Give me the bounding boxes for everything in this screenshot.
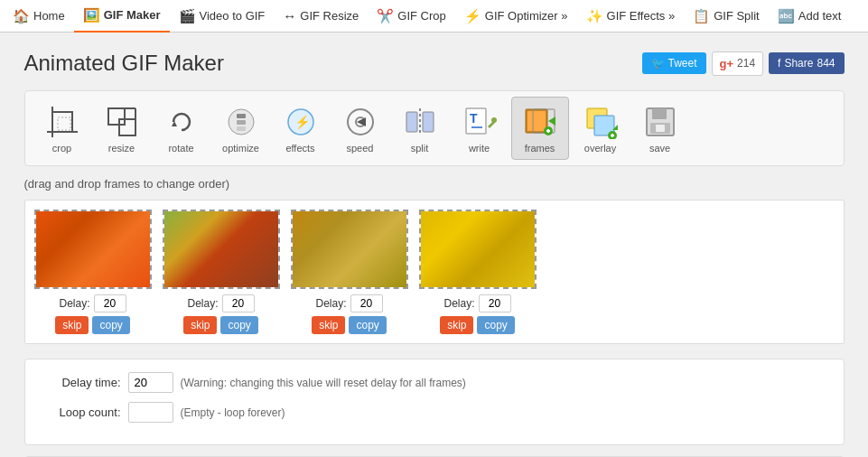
nav-item-gif-resize[interactable]: ↔️ GIF Resize bbox=[274, 0, 368, 33]
nav-label-gif-effects: GIF Effects » bbox=[607, 9, 676, 23]
delay-label-3: Delay: bbox=[315, 297, 346, 310]
frame-delay-row-3: Delay: bbox=[315, 294, 382, 312]
rotate-icon bbox=[163, 103, 201, 141]
skip-button-1[interactable]: skip bbox=[55, 316, 89, 334]
svg-marker-3 bbox=[58, 117, 70, 130]
frame-delay-row-2: Delay: bbox=[187, 294, 254, 312]
tweet-label: Tweet bbox=[668, 57, 697, 70]
svg-marker-0 bbox=[52, 112, 72, 132]
svg-text:⚡: ⚡ bbox=[294, 115, 311, 130]
delay-input-4[interactable] bbox=[479, 294, 511, 312]
skip-button-4[interactable]: skip bbox=[440, 316, 473, 334]
facebook-share-button[interactable]: f Share 844 bbox=[769, 52, 844, 74]
nav-item-gif-crop[interactable]: ✂️ GIF Crop bbox=[368, 0, 454, 33]
delay-time-label: Delay time: bbox=[40, 376, 121, 389]
skip-button-3[interactable]: skip bbox=[312, 316, 345, 334]
nav-label-video-to-gif: Video to GIF bbox=[200, 9, 266, 23]
frame-actions-4: skip copy bbox=[440, 316, 515, 334]
frame-item-1: Delay: skip copy bbox=[34, 210, 152, 334]
frame-actions-3: skip copy bbox=[312, 316, 387, 334]
svg-rect-41 bbox=[652, 108, 667, 119]
nav-item-gif-effects[interactable]: ✨ GIF Effects » bbox=[577, 0, 685, 33]
share-label: Share bbox=[784, 57, 813, 70]
settings-area: Delay time: (Warning: changing this valu… bbox=[24, 359, 845, 445]
svg-rect-43 bbox=[656, 125, 665, 132]
effects-icon: ⚡ bbox=[282, 103, 320, 141]
crop-label: crop bbox=[52, 143, 71, 154]
copy-button-2[interactable]: copy bbox=[220, 316, 257, 334]
nav-item-gif-split[interactable]: 📋 GIF Split bbox=[684, 0, 769, 33]
tool-optimize[interactable]: optimize bbox=[213, 98, 269, 159]
svg-rect-27 bbox=[527, 111, 546, 131]
gplus-count: 214 bbox=[737, 57, 755, 70]
gplus-button[interactable]: g+ 214 bbox=[712, 51, 764, 76]
nav-label-gif-crop: GIF Crop bbox=[397, 9, 445, 23]
gif-crop-icon: ✂️ bbox=[377, 8, 394, 24]
copy-button-3[interactable]: copy bbox=[349, 316, 386, 334]
nav-label-gif-maker: GIF Maker bbox=[104, 8, 161, 22]
tool-frames[interactable]: frames bbox=[511, 97, 569, 160]
delay-time-input[interactable] bbox=[128, 372, 173, 393]
speed-icon bbox=[341, 103, 379, 141]
main-content: Animated GIF Maker 🐦 Tweet g+ 214 f Shar… bbox=[10, 33, 859, 457]
loop-count-row: Loop count: (Empty - loop forever) bbox=[40, 402, 829, 423]
svg-text:T: T bbox=[470, 111, 478, 126]
gif-maker-icon: 🖼️ bbox=[83, 7, 100, 23]
copy-button-1[interactable]: copy bbox=[92, 316, 129, 334]
frame-image-3[interactable] bbox=[291, 210, 408, 289]
tool-speed[interactable]: speed bbox=[332, 98, 388, 159]
frame-image-1[interactable] bbox=[34, 210, 152, 289]
nav-item-gif-optimizer[interactable]: ⚡ GIF Optimizer » bbox=[455, 0, 577, 33]
frame-item-4: Delay: skip copy bbox=[419, 210, 537, 334]
gif-optimizer-icon: ⚡ bbox=[464, 8, 481, 24]
twitter-icon: 🐦 bbox=[651, 57, 665, 70]
tool-rotate[interactable]: rotate bbox=[154, 98, 210, 159]
resize-icon bbox=[103, 103, 141, 141]
frame-image-4[interactable] bbox=[419, 210, 537, 289]
social-buttons: 🐦 Tweet g+ 214 f Share 844 bbox=[642, 51, 845, 76]
speed-label: speed bbox=[347, 143, 374, 154]
delay-label-4: Delay: bbox=[443, 297, 474, 310]
tool-write[interactable]: T write bbox=[452, 98, 508, 159]
gif-effects-icon: ✨ bbox=[586, 8, 603, 24]
nav-item-video-to-gif[interactable]: 🎬 Video to GIF bbox=[170, 0, 275, 33]
frame-item-3: Delay: skip copy bbox=[291, 210, 408, 334]
optimize-label: optimize bbox=[222, 143, 259, 154]
facebook-icon: f bbox=[778, 57, 780, 70]
frame-image-2[interactable] bbox=[163, 210, 280, 289]
tool-effects[interactable]: ⚡ effects bbox=[273, 98, 329, 159]
tool-crop[interactable]: crop bbox=[34, 98, 90, 159]
tool-overlay[interactable]: overlay bbox=[573, 98, 629, 159]
tool-save[interactable]: save bbox=[632, 98, 688, 159]
nav-label-gif-optimizer: GIF Optimizer » bbox=[485, 9, 568, 23]
nav-item-gif-maker[interactable]: 🖼️ GIF Maker bbox=[74, 0, 170, 33]
frames-container: Delay: skip copy Delay: skip copy bbox=[24, 200, 845, 344]
write-label: write bbox=[469, 143, 490, 154]
gif-resize-icon: ↔️ bbox=[283, 8, 296, 23]
overlay-label: overlay bbox=[584, 143, 616, 154]
loop-count-input[interactable] bbox=[128, 402, 173, 423]
drag-hint: (drag and drop frames to change order) bbox=[24, 177, 845, 191]
frame-actions-2: skip copy bbox=[183, 316, 258, 334]
nav-label-add-text: Add text bbox=[798, 9, 842, 23]
delay-input-2[interactable] bbox=[222, 294, 255, 312]
tool-resize[interactable]: resize bbox=[94, 98, 150, 159]
nav-item-home[interactable]: 🏠 Home bbox=[4, 0, 74, 33]
gif-split-icon: 📋 bbox=[693, 8, 710, 24]
overlay-icon bbox=[582, 103, 620, 141]
add-text-icon: 🔤 bbox=[778, 8, 795, 24]
frame-thumbnail-4 bbox=[421, 211, 535, 287]
frame-delay-row-1: Delay: bbox=[59, 294, 126, 312]
tweet-button[interactable]: 🐦 Tweet bbox=[642, 52, 706, 74]
delay-input-3[interactable] bbox=[350, 294, 383, 312]
nav-item-add-text[interactable]: 🔤 Add text bbox=[769, 0, 851, 33]
copy-button-4[interactable]: copy bbox=[477, 316, 514, 334]
crop-icon bbox=[43, 103, 81, 141]
split-label: split bbox=[411, 143, 429, 154]
tool-split[interactable]: split bbox=[392, 98, 448, 159]
delay-input-1[interactable] bbox=[94, 294, 126, 312]
skip-button-2[interactable]: skip bbox=[183, 316, 217, 334]
svg-rect-12 bbox=[237, 126, 246, 131]
nav-label-home: Home bbox=[33, 9, 65, 23]
write-icon: T bbox=[461, 103, 499, 141]
